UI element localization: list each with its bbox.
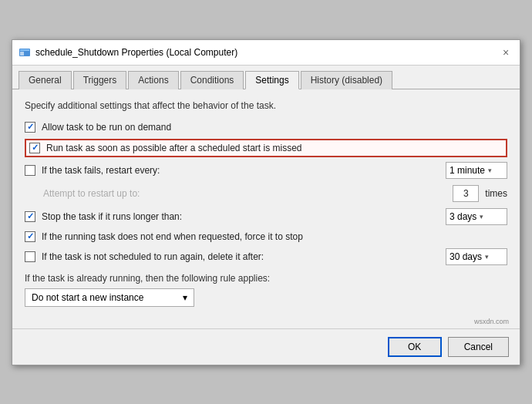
tab-general[interactable]: General	[19, 71, 72, 89]
dropdown-delete-after-arrow: ▾	[485, 253, 489, 261]
option-delete-old: If the task is not scheduled to run agai…	[25, 248, 507, 265]
option-restart-on-fail: If the task fails, restart every: 1 minu…	[25, 162, 507, 179]
dropdown-stop-duration-arrow: ▾	[480, 213, 483, 221]
window-title: schedule_Shutdown Properties (Local Comp…	[35, 47, 237, 58]
checkbox-run-on-demand[interactable]	[25, 122, 35, 133]
title-bar-left: schedule_Shutdown Properties (Local Comp…	[19, 46, 237, 59]
svg-rect-1	[20, 49, 29, 51]
content-area: Specify additional settings that affect …	[12, 89, 520, 318]
dropdown-restart-interval-value: 1 minute	[450, 165, 485, 176]
dropdown-restart-interval[interactable]: 1 minute ▾	[446, 162, 507, 179]
dropdown-stop-duration[interactable]: 3 days ▾	[446, 208, 507, 225]
footer: OK Cancel	[12, 328, 520, 365]
label-restart-attempts: Attempt to restart up to:	[43, 188, 446, 199]
checkbox-delete-old[interactable]	[25, 251, 35, 262]
cancel-button[interactable]: Cancel	[448, 337, 509, 357]
label-delete-old: If the task is not scheduled to run agai…	[42, 251, 439, 262]
option-run-on-demand: Allow task to be run on demand	[25, 122, 507, 133]
window-icon	[19, 46, 31, 59]
input-restart-count[interactable]	[453, 185, 479, 202]
ok-button[interactable]: OK	[388, 337, 442, 357]
tab-conditions[interactable]: Conditions	[180, 71, 244, 89]
label-stop-long-running: Stop the task if it runs longer than:	[42, 211, 439, 222]
title-bar: schedule_Shutdown Properties (Local Comp…	[12, 40, 520, 66]
option-restart-attempts: Attempt to restart up to: times	[25, 185, 507, 202]
label-restart-on-fail: If the task fails, restart every:	[42, 165, 439, 176]
tab-bar: General Triggers Actions Conditions Sett…	[12, 66, 520, 89]
label-times: times	[485, 188, 507, 199]
label-run-on-demand: Allow task to be run on demand	[42, 122, 507, 133]
dropdown-delete-after-value: 30 days	[450, 251, 482, 262]
option-stop-long-running: Stop the task if it runs longer than: 3 …	[25, 208, 507, 225]
tab-actions[interactable]: Actions	[128, 71, 178, 89]
label-force-stop: If the running task does not end when re…	[42, 231, 507, 242]
tab-history[interactable]: History (disabled)	[301, 71, 392, 89]
checkbox-stop-long-running[interactable]	[25, 211, 35, 222]
option-run-missed: Run task as soon as possible after a sch…	[25, 139, 507, 157]
label-run-missed: Run task as soon as possible after a sch…	[46, 143, 503, 153]
checkbox-run-missed[interactable]	[29, 143, 40, 153]
option-force-stop: If the running task does not end when re…	[25, 231, 507, 242]
tab-triggers[interactable]: Triggers	[73, 71, 127, 89]
checkbox-restart-on-fail[interactable]	[25, 165, 35, 176]
running-section-label: If the task is already running, then the…	[25, 273, 507, 284]
description-text: Specify additional settings that affect …	[25, 100, 507, 111]
svg-rect-2	[20, 52, 24, 56]
dropdown-stop-duration-value: 3 days	[450, 211, 476, 222]
tab-settings[interactable]: Settings	[245, 71, 298, 89]
dropdown-delete-after[interactable]: 30 days ▾	[446, 248, 507, 265]
dropdown-restart-interval-arrow: ▾	[488, 167, 492, 174]
dropdown-running-rule-value: Do not start a new instance	[32, 292, 143, 303]
checkbox-force-stop[interactable]	[25, 231, 35, 242]
close-button[interactable]: ×	[498, 45, 513, 60]
dropdown-running-rule[interactable]: Do not start a new instance ▾	[25, 288, 194, 307]
main-window: schedule_Shutdown Properties (Local Comp…	[12, 39, 520, 365]
dropdown-running-rule-arrow: ▾	[183, 292, 187, 303]
watermark: wsxdn.com	[12, 318, 520, 328]
